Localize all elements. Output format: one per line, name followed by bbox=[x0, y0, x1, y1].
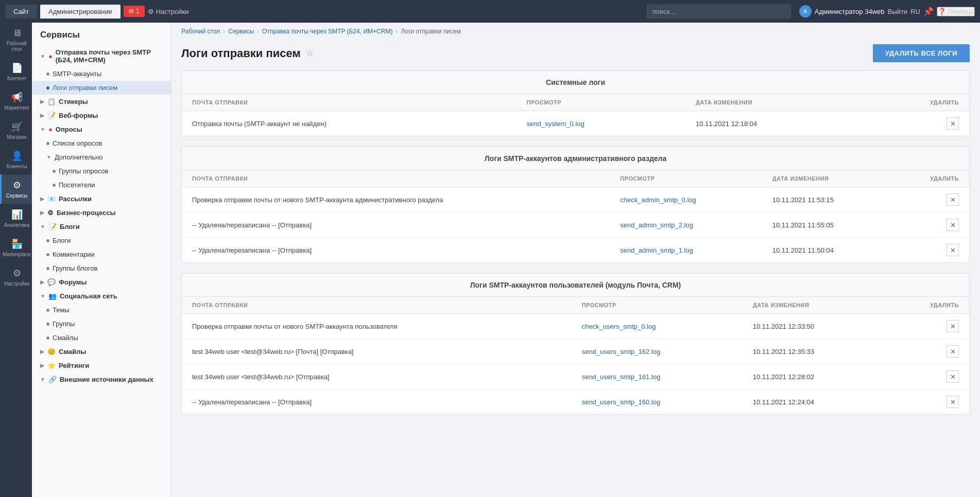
dot-icon bbox=[46, 86, 49, 90]
stickers-icon: 📋 bbox=[47, 98, 56, 105]
sidebar-item-smtp-parent-label: Отправка почты через SMTP (Б24, ИМ+CRM) bbox=[56, 48, 162, 64]
services-icon: ⚙ bbox=[13, 180, 21, 191]
sidebar-item-themes-label: Темы bbox=[53, 306, 70, 314]
col-view-header3: ПРОСМОТР bbox=[572, 297, 743, 314]
breadcrumb-services[interactable]: Сервисы bbox=[228, 28, 254, 35]
log-link[interactable]: send_users_smtp_162.log bbox=[582, 348, 661, 356]
dot-icon bbox=[46, 142, 49, 145]
log-link[interactable]: send_system_0.log bbox=[527, 120, 584, 128]
sidebar-item-stickers[interactable]: ▶ 📋 Стикеры bbox=[32, 95, 170, 109]
breadcrumb-desktop[interactable]: Рабочий стол bbox=[181, 28, 220, 35]
sidebar-item-themes[interactable]: Темы bbox=[32, 303, 170, 317]
sidebar-item-groups[interactable]: Группы bbox=[32, 317, 170, 331]
nav-item-shop[interactable]: 🛒 Магазин bbox=[0, 116, 32, 145]
blogs-parent-icon: 📝 bbox=[48, 223, 57, 230]
polls-extra-arrow: ▼ bbox=[46, 154, 51, 160]
breadcrumb-sep2: › bbox=[257, 28, 259, 35]
delete-cell: ✕ bbox=[884, 364, 969, 389]
sidebar-item-forums[interactable]: ▶ 💬 Форумы bbox=[32, 275, 170, 289]
nav-item-services[interactable]: ⚙ Сервисы bbox=[0, 174, 32, 204]
language-selector[interactable]: RU bbox=[910, 8, 920, 15]
sidebar-item-blogs[interactable]: Блоги bbox=[32, 234, 170, 247]
sidebar-item-blog-groups[interactable]: Группы блогов bbox=[32, 261, 170, 275]
date-cell: 10.11.2021 12:18:04 bbox=[685, 111, 863, 136]
sidebar-item-polls-extra[interactable]: ▼ Дополнительно bbox=[32, 150, 170, 164]
page-title-text: Логи отправки писем bbox=[181, 47, 301, 60]
sidebar-item-external[interactable]: ▼ 🔗 Внешние источники данных bbox=[32, 372, 170, 386]
nav-item-marketplace[interactable]: 🏪 Marketplace bbox=[0, 233, 32, 262]
sidebar-item-comments[interactable]: Комментарии bbox=[32, 247, 170, 261]
sidebar-item-smtp-accounts[interactable]: SMTP-аккаунты bbox=[32, 67, 170, 81]
delete-cell: ✕ bbox=[891, 212, 969, 238]
sidebar-item-comments-label: Комментарии bbox=[53, 251, 95, 258]
nav-item-analytics[interactable]: 📊 Аналитика bbox=[0, 204, 32, 233]
sidebar-item-smtp-logs[interactable]: Логи отправки писем bbox=[32, 81, 170, 95]
delete-cell: ✕ bbox=[884, 389, 969, 415]
delete-row-button[interactable]: ✕ bbox=[947, 320, 959, 332]
sidebar-item-mailings-label: Рассылки bbox=[59, 195, 92, 203]
sidebar-item-ratings[interactable]: ▶ ⭐ Рейтинги bbox=[32, 359, 170, 372]
delete-row-button[interactable]: ✕ bbox=[947, 396, 959, 408]
date-cell: 10.11.2021 11:50:04 bbox=[762, 238, 891, 263]
breadcrumb-sep: › bbox=[223, 28, 225, 35]
view-cell: check_users_smtp_0.log bbox=[572, 314, 743, 339]
delete-cell: ✕ bbox=[891, 187, 969, 212]
admin-tab[interactable]: Администрирование bbox=[40, 5, 121, 19]
nav-item-content[interactable]: 📄 Контент bbox=[0, 57, 32, 86]
sidebar-item-webforms[interactable]: ▶ 📝 Веб-формы bbox=[32, 109, 170, 122]
delete-cell: ✕ bbox=[863, 111, 969, 136]
log-link[interactable]: send_admin_smtp_1.log bbox=[620, 246, 693, 254]
sidebar-item-blog-groups-label: Группы блогов bbox=[53, 264, 97, 272]
sidebar-item-smiles-sub[interactable]: Смайлы bbox=[32, 331, 170, 345]
delete-all-button[interactable]: УДАЛИТЬ ВСЕ ЛОГИ bbox=[873, 44, 970, 62]
nav-item-clients[interactable]: 👤 Клиенты bbox=[0, 145, 32, 174]
delete-row-button[interactable]: ✕ bbox=[947, 193, 959, 206]
col-mail-header3: ПОЧТА ОТПРАВКИ bbox=[182, 297, 572, 314]
sidebar-item-smiles[interactable]: ▶ 😊 Смайлы bbox=[32, 345, 170, 359]
delete-row-button[interactable]: ✕ bbox=[947, 219, 959, 231]
user-smtp-table: ПОЧТА ОТПРАВКИ ПРОСМОТР ДАТА ИЗМЕНЕНИЯ У… bbox=[182, 297, 969, 414]
log-link[interactable]: check_admin_smtp_0.log bbox=[620, 196, 696, 204]
log-link[interactable]: send_users_smtp_161.log bbox=[582, 373, 661, 381]
notification-button[interactable]: ✉ 1 bbox=[124, 6, 145, 17]
col-date-header: ДАТА ИЗМЕНЕНИЯ bbox=[685, 94, 863, 111]
nav-label-content: Контент bbox=[7, 76, 26, 81]
date-cell: 10.11.2021 12:28:02 bbox=[743, 364, 884, 389]
delete-row-button[interactable]: ✕ bbox=[947, 244, 959, 256]
admin-smtp-header: Логи SMTP-аккаунтов административного ра… bbox=[182, 147, 969, 170]
site-button[interactable]: Сайт bbox=[5, 5, 37, 19]
shop-icon: 🛒 bbox=[11, 121, 23, 132]
sidebar-item-polls-list[interactable]: Список опросов bbox=[32, 136, 170, 150]
delete-row-button[interactable]: ✕ bbox=[947, 117, 959, 130]
sidebar-item-mailings[interactable]: ▶ 📧 Рассылки bbox=[32, 192, 170, 206]
nav-item-marketing[interactable]: 📢 Маркетинг bbox=[0, 86, 32, 116]
topbar-settings-button[interactable]: ⚙ Настройки bbox=[148, 8, 189, 15]
table-row: test 34web user <test@34web.ru> [Почта] … bbox=[182, 339, 969, 364]
search-input[interactable] bbox=[647, 5, 791, 19]
sidebar-item-bizproc[interactable]: ▶ ⚙ Бизнес-процессы bbox=[32, 206, 170, 220]
log-link[interactable]: send_admin_smtp_2.log bbox=[620, 221, 693, 229]
polls-icon: ● bbox=[48, 126, 53, 133]
sidebar-item-blogs-parent[interactable]: ▼ 📝 Блоги bbox=[32, 220, 170, 234]
nav-item-settings[interactable]: ⚙ Настройки bbox=[0, 262, 32, 292]
table-row: Отправка почты (SMTP-аккаунт не найден) … bbox=[182, 111, 969, 136]
mail-cell: Отправка почты (SMTP-аккаунт не найден) bbox=[182, 111, 517, 136]
delete-row-button[interactable]: ✕ bbox=[947, 370, 959, 383]
log-link[interactable]: check_users_smtp_0.log bbox=[582, 323, 656, 330]
question-icon: ❓ bbox=[938, 8, 946, 15]
sidebar-item-smtp-accounts-label: SMTP-аккаунты bbox=[53, 70, 101, 78]
left-nav: 🖥 Рабочий стол 📄 Контент 📢 Маркетинг 🛒 М… bbox=[0, 23, 32, 497]
sidebar-item-polls-visitors[interactable]: Посетители bbox=[32, 178, 170, 192]
exit-button[interactable]: Выйти bbox=[888, 8, 908, 15]
sidebar-item-social-label: Социальная сеть bbox=[60, 292, 117, 300]
sidebar-item-polls[interactable]: ▼ ● Опросы bbox=[32, 122, 170, 136]
breadcrumb-smtp[interactable]: Отправка почты через SMTP (Б24, ИМ+CRM) bbox=[262, 28, 392, 35]
sidebar-item-polls-groups[interactable]: Группы опросов bbox=[32, 164, 170, 178]
log-link[interactable]: send_users_smtp_160.log bbox=[582, 398, 661, 406]
sidebar-item-social[interactable]: ▼ 👥 Социальная сеть bbox=[32, 289, 170, 303]
sidebar-item-smtp-parent[interactable]: ▼ ● Отправка почты через SMTP (Б24, ИМ+C… bbox=[32, 45, 170, 67]
help-button[interactable]: ❓ Помощь bbox=[937, 7, 975, 16]
favorite-star-icon[interactable]: ☆ bbox=[306, 48, 313, 58]
delete-row-button[interactable]: ✕ bbox=[947, 345, 959, 358]
nav-item-desktop[interactable]: 🖥 Рабочий стол bbox=[0, 23, 32, 57]
